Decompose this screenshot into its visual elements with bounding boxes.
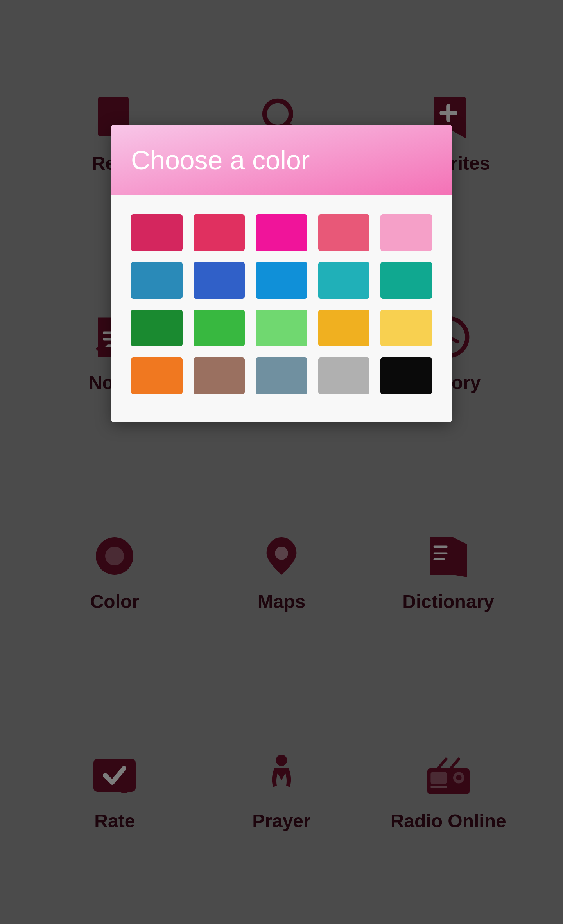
color-swatch-light-pink[interactable] bbox=[380, 214, 432, 251]
color-swatch-crimson[interactable] bbox=[131, 214, 183, 251]
color-swatch-brown[interactable] bbox=[194, 357, 245, 394]
color-swatch-amber[interactable] bbox=[318, 310, 370, 346]
color-swatch-lime-green[interactable] bbox=[194, 310, 245, 346]
color-swatch-emerald-teal[interactable] bbox=[380, 262, 432, 299]
color-swatch-black[interactable] bbox=[380, 357, 432, 394]
color-grid bbox=[131, 214, 432, 394]
modal-overlay[interactable]: Choose a color bbox=[0, 0, 563, 924]
color-swatch-hot-pink[interactable] bbox=[256, 214, 307, 251]
modal-header: Choose a color bbox=[111, 125, 452, 195]
modal-title: Choose a color bbox=[131, 145, 310, 175]
color-swatch-coral-red[interactable] bbox=[194, 214, 245, 251]
color-swatch-slate-blue[interactable] bbox=[256, 357, 307, 394]
color-swatch-silver[interactable] bbox=[318, 357, 370, 394]
color-swatch-light-green[interactable] bbox=[256, 310, 307, 346]
color-swatch-orange[interactable] bbox=[131, 357, 183, 394]
color-swatch-dodger-blue[interactable] bbox=[256, 262, 307, 299]
modal-body bbox=[111, 195, 452, 422]
color-swatch-steel-blue[interactable] bbox=[131, 262, 183, 299]
color-swatch-forest-green[interactable] bbox=[131, 310, 183, 346]
color-swatch-teal[interactable] bbox=[318, 262, 370, 299]
color-swatch-royal-blue[interactable] bbox=[194, 262, 245, 299]
color-swatch-yellow[interactable] bbox=[380, 310, 432, 346]
color-swatch-salmon-pink[interactable] bbox=[318, 214, 370, 251]
color-picker-modal: Choose a color bbox=[111, 125, 452, 422]
